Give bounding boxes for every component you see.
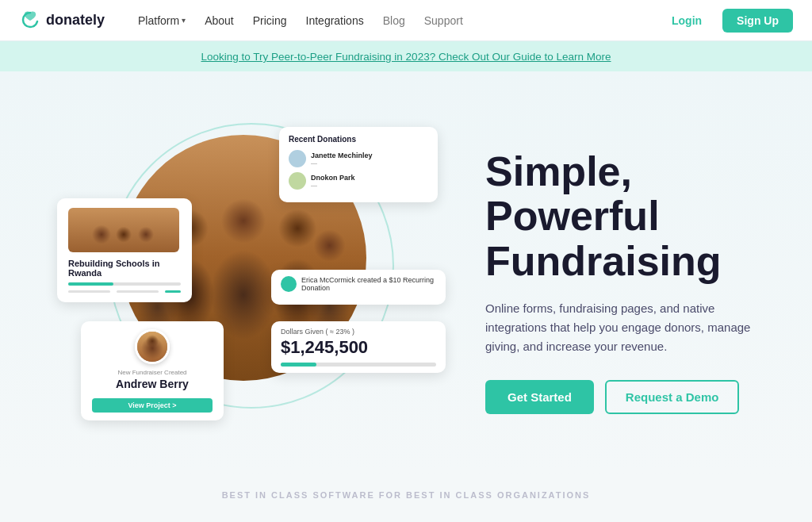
card-amount-line [68,290,181,293]
hero-headline: Simple, Powerful Fundraising [485,149,755,282]
hero-text: Simple, Powerful Fundraising Online form… [454,149,755,413]
card-new-fundraiser: New Fundraiser Created Andrew Berry View… [81,321,224,420]
login-button[interactable]: Login [659,9,714,33]
activity-line: Erica McCormick created a $10 Recurring … [281,276,436,292]
donor-name-1: Janette Mechinley [311,152,428,159]
card-recent-donations: Recent Donations Janette Mechinley — Dno… [279,127,438,202]
fundraiser-label: New Fundraiser Created [92,369,213,376]
raised-amount: $1,245,500 [281,337,436,358]
signup-button[interactable]: Sign Up [722,9,793,33]
donor-name-2: Dnokon Park [311,174,428,182]
card-rebuilding-title: Rebuilding Schools in Rwanda [68,259,181,278]
donor-avatar-1 [289,150,306,167]
card-activity: Erica McCormick created a $10 Recurring … [271,270,446,305]
amount-bar-2 [117,290,159,293]
card-image [68,208,179,252]
donor-avatar-2 [289,172,306,190]
nav-integrations[interactable]: Integrations [298,10,372,32]
hero-cta: Get Started Request a Demo [485,380,755,414]
navigation: donately Platform ▾ About Pricing Integr… [0,0,812,41]
view-project-button[interactable]: View Project > [92,398,213,413]
card-photo-sim [68,208,179,252]
card-raised: Dollars Given ( ≈ 23% ) $1,245,500 [271,321,446,373]
progress-bar-fill [68,282,113,286]
logo[interactable]: donately [19,10,105,32]
bottom-tagline: BEST IN CLASS SOFTWARE FOR BEST IN CLASS… [0,476,812,519]
request-demo-button[interactable]: Request a Demo [605,380,740,414]
get-started-button[interactable]: Get Started [485,380,594,414]
banner-link[interactable]: Looking to Try Peer-to-Peer Fundraising … [201,51,611,63]
donor-item-1: Janette Mechinley — [289,150,428,167]
donor-info-1: Janette Mechinley — [311,152,428,167]
donor-item-2: Dnokon Park — [289,172,428,190]
nav-actions: Login Sign Up [659,9,793,33]
activity-dot [281,276,297,292]
raised-progress-fill [281,363,316,367]
hero-subtext: Online forms, fundraising pages, and nat… [485,299,755,356]
announcement-banner: Looking to Try Peer-to-Peer Fundraising … [0,41,812,71]
donations-title: Recent Donations [289,135,428,144]
raised-progress-bg [281,363,436,367]
fundraiser-avatar-image [137,332,167,362]
nav-support[interactable]: Support [416,10,471,32]
raised-label: Dollars Given ( ≈ 23% ) [281,328,436,336]
activity-text: Erica McCormick created a $10 Recurring … [301,276,436,292]
hero-illustration: Rebuilding Schools in Rwanda Recent Dona… [57,111,454,452]
hero-section: Rebuilding Schools in Rwanda Recent Dona… [0,71,812,476]
donor-amount-1: — [311,159,428,167]
logo-text: donately [46,12,105,29]
nav-links: Platform ▾ About Pricing Integrations Bl… [130,10,659,32]
donor-amount-2: — [311,182,428,189]
card-rebuilding-schools: Rebuilding Schools in Rwanda [57,198,192,302]
nav-platform[interactable]: Platform ▾ [130,10,193,32]
fundraiser-avatar [135,329,170,364]
donor-info-2: Dnokon Park — [311,174,428,189]
nav-pricing[interactable]: Pricing [245,10,295,32]
amount-bar-1 [68,290,110,293]
chevron-down-icon: ▾ [182,16,186,25]
donately-logo-icon [19,10,41,32]
amount-accent-bar [165,290,181,293]
nav-blog[interactable]: Blog [375,10,413,32]
nav-about[interactable]: About [197,10,242,32]
fundraiser-name: Andrew Berry [92,378,213,390]
progress-bar-background [68,282,181,286]
